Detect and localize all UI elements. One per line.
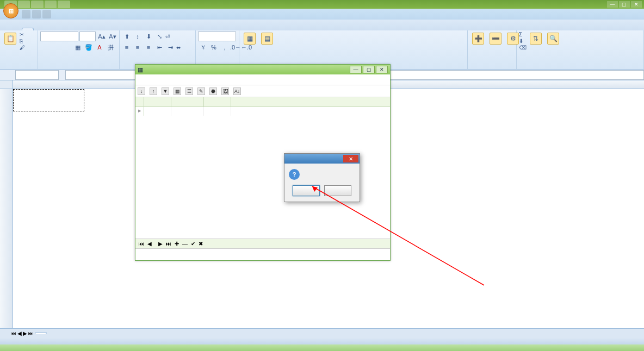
office-button[interactable]: ⊞ — [3, 3, 18, 18]
cancel-button[interactable] — [324, 185, 351, 196]
browser-tab[interactable] — [31, 1, 44, 8]
redo-icon[interactable] — [42, 10, 51, 18]
cond-format-button[interactable]: ▦ — [242, 32, 258, 46]
db-close-button[interactable]: ✕ — [376, 66, 388, 73]
align-top-icon[interactable]: ⬆ — [122, 32, 132, 41]
nav-del-icon[interactable]: — — [182, 241, 188, 247]
comma-icon[interactable]: , — [220, 42, 230, 52]
grow-font-icon[interactable]: A▴ — [97, 32, 107, 41]
browser-tab-strip: — ▢ ✕ — [0, 0, 644, 9]
nav-prev-icon[interactable]: ◀ — [147, 241, 152, 247]
browser-tab[interactable] — [18, 1, 30, 8]
bold-button[interactable] — [40, 42, 50, 52]
copy-button[interactable]: ⎘ — [20, 38, 25, 44]
italic-button[interactable] — [51, 42, 61, 52]
db-menu-bar — [135, 74, 390, 85]
sort-asc-button[interactable]: A↓ — [233, 87, 242, 95]
currency-icon[interactable]: ￥ — [198, 42, 208, 52]
paste-button[interactable]: 📋 — [2, 32, 18, 46]
grid-view-button[interactable]: ▦ — [174, 87, 182, 95]
question-icon: ? — [289, 169, 300, 180]
percent-icon[interactable]: % — [209, 42, 219, 52]
db-col-age[interactable] — [204, 97, 231, 106]
db-col-name[interactable] — [171, 97, 204, 106]
memo-button[interactable]: ✎ — [197, 87, 206, 95]
delete-cells-button[interactable]: ➖ — [487, 32, 504, 46]
indent-inc-icon[interactable]: ⇥ — [165, 42, 175, 52]
underline-button[interactable] — [62, 42, 72, 52]
shrink-font-icon[interactable]: A▾ — [108, 32, 117, 41]
maximize-button[interactable]: ▢ — [619, 1, 630, 8]
undo-icon[interactable] — [32, 10, 41, 18]
insert-cells-button[interactable]: ➕ — [470, 32, 486, 46]
name-box[interactable] — [15, 70, 59, 80]
format-table-button[interactable]: ▤ — [259, 32, 275, 46]
font-color-button[interactable]: A — [95, 42, 104, 52]
sheet-nav-prev-icon[interactable]: ◀ — [17, 330, 22, 336]
fill-color-button[interactable]: 🪣 — [84, 42, 94, 52]
hex-button[interactable]: ⬣ — [209, 87, 218, 95]
db-sql-preview — [135, 248, 390, 260]
merge-center-button[interactable]: ⬌ — [176, 45, 181, 51]
db-minimize-button[interactable]: — — [350, 66, 362, 73]
db-col-id[interactable] — [144, 97, 171, 106]
align-bottom-icon[interactable]: ⬇ — [144, 32, 153, 41]
format-painter-button[interactable]: 🖌 — [20, 45, 25, 51]
font-size-combo[interactable] — [79, 32, 96, 41]
fill-button[interactable]: ⬇ — [519, 38, 527, 44]
copy-marquee — [13, 89, 84, 111]
filter-wizard-button[interactable]: ▼ — [162, 87, 170, 95]
sheet-tab[interactable] — [35, 333, 47, 334]
browser-tab[interactable] — [45, 1, 57, 8]
align-right-icon[interactable]: ≡ — [144, 42, 153, 52]
align-center-icon[interactable]: ≡ — [133, 42, 143, 52]
export-wizard-button[interactable]: ↑ — [150, 87, 158, 95]
nav-add-icon[interactable]: ✚ — [175, 241, 179, 247]
db-grid-header — [135, 97, 390, 107]
close-button[interactable]: ✕ — [631, 1, 642, 8]
os-taskbar — [0, 344, 644, 351]
indent-dec-icon[interactable]: ⇤ — [154, 42, 164, 52]
db-toolbar: ↓ ↑ ▼ ▦ ☰ ✎ ⬣ 🖼 A↓ — [135, 85, 390, 97]
form-view-button[interactable]: ☰ — [185, 87, 194, 95]
align-left-icon[interactable]: ≡ — [122, 42, 132, 52]
confirm-dialog: ✕ ? — [284, 153, 360, 202]
db-record-nav: ⏮ ◀ ▶ ⏭ ✚ — ✔ ✖ — [135, 239, 390, 248]
sheet-tab-bar: ⏮ ◀ ▶ ⏭ — [0, 328, 644, 338]
quick-access-toolbar — [0, 9, 644, 20]
phonetic-button[interactable]: 拼 — [106, 42, 115, 52]
sheet-nav-last-icon[interactable]: ⏭ — [28, 330, 34, 336]
font-name-combo[interactable] — [40, 32, 78, 41]
table-icon: ▦ — [138, 66, 143, 73]
sheet-nav-next-icon[interactable]: ▶ — [23, 330, 27, 336]
cut-button[interactable]: ✂ — [20, 32, 25, 37]
align-middle-icon[interactable]: ↕ — [133, 32, 143, 41]
select-all-corner[interactable] — [0, 80, 13, 89]
import-wizard-button[interactable]: ↓ — [138, 87, 146, 95]
browser-tab[interactable] — [58, 1, 70, 8]
nav-next-icon[interactable]: ▶ — [158, 241, 163, 247]
nav-cancel-icon[interactable]: ✖ — [199, 241, 203, 247]
image-button[interactable]: 🖼 — [221, 87, 230, 95]
number-format-combo[interactable] — [198, 32, 236, 41]
autosum-button[interactable]: Σ — [519, 32, 527, 37]
sort-filter-button[interactable]: ⇅ — [528, 32, 544, 46]
sheet-nav-first-icon[interactable]: ⏮ — [11, 330, 16, 336]
status-bar — [0, 338, 644, 344]
orientation-icon[interactable]: ⤡ — [154, 32, 164, 41]
save-icon[interactable] — [22, 10, 30, 18]
row-pointer-icon: ▸ — [135, 107, 144, 116]
db-grid-row[interactable]: ▸ — [135, 107, 390, 116]
wrap-text-button[interactable]: ⏎ — [165, 34, 170, 40]
find-select-button[interactable]: 🔍 — [545, 32, 561, 46]
db-maximize-button[interactable]: ▢ — [363, 66, 375, 73]
border-button[interactable]: ▦ — [73, 42, 83, 52]
ribbon-tabs — [0, 20, 644, 30]
ok-button[interactable] — [293, 185, 320, 196]
nav-commit-icon[interactable]: ✔ — [191, 241, 195, 247]
nav-last-icon[interactable]: ⏭ — [166, 241, 171, 247]
clear-button[interactable]: ⌫ — [519, 45, 527, 51]
minimize-button[interactable]: — — [607, 1, 618, 8]
nav-first-icon[interactable]: ⏮ — [139, 241, 144, 247]
dialog-close-button[interactable]: ✕ — [343, 155, 358, 162]
